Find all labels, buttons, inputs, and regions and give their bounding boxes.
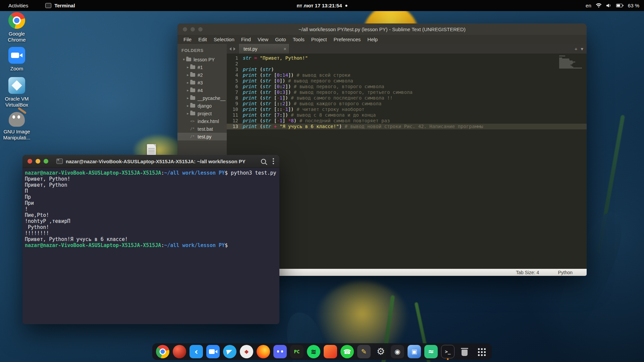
code-line-4[interactable]: 4print (str [0:14]) # вывод всей строки [227,72,587,78]
tree-item-django[interactable]: ▸django [177,102,227,110]
menu-item-preferences[interactable]: Preferences [330,37,364,42]
brave-icon[interactable] [173,345,186,358]
firefox-icon[interactable] [257,345,270,358]
code-line-8[interactable]: 8print (str [-1]) # вывод самого последн… [227,95,587,101]
terminal-titlebar[interactable]: nazar@nazar-VivoBook-ASUSLaptop-X515JA-X… [22,155,279,168]
settings-icon[interactable]: ⚙ [374,345,387,358]
image-viewer-icon[interactable]: ▣ [408,345,421,358]
system-tray[interactable]: en 63 % [586,3,639,8]
code-line-13[interactable]: 13print (str + "Я учусь в 6 классе!") # … [227,124,587,129]
code-line-7[interactable]: 7print (str [0:3]) # вывод первого, втор… [227,89,587,95]
disclosure-icon[interactable]: ▾ [181,57,186,62]
trash-icon[interactable] [458,345,471,358]
menu-item-tools[interactable]: Tools [289,37,308,42]
tree-item-lesson-py[interactable]: ▾lesson PY [177,56,227,63]
menu-item-selection[interactable]: Selection [210,37,238,42]
tab-scroll-right-icon[interactable] [233,47,235,51]
telegram-icon[interactable] [223,345,236,358]
tree-item-index.html[interactable]: <>index.html [177,117,227,125]
spotify-icon[interactable]: ≋ [307,345,320,358]
orange-app-icon[interactable] [324,345,337,358]
desktop-icon-chrome[interactable]: Google Chrome [0,12,34,43]
desktop-icon-gimp[interactable]: GNU Image Manipulati... [0,112,34,141]
tree-item-test.py[interactable]: /*test.py [177,133,227,140]
sublime-window-buttons [183,23,203,35]
tab-overflow-icon[interactable]: ▾ [581,46,583,52]
tree-item-project[interactable]: ▸project [177,110,227,117]
disclosure-icon[interactable]: ▸ [185,80,190,85]
app-grid-icon[interactable] [475,345,488,358]
screenshot-tool-icon[interactable]: ◉ [391,345,404,358]
code-line-3[interactable]: 3print (str) [227,67,587,72]
sublime-titlebar[interactable]: ~/all work/lesson PY/test.py (lesson PY)… [177,23,587,35]
tree-item-__pycache__[interactable]: ▸__pycache__ [177,94,227,102]
code-line-2[interactable]: 2 [227,61,587,67]
new-tab-icon[interactable]: + [575,46,578,52]
tree-item-label: #4 [198,88,203,93]
draw-tool-icon[interactable]: ✎ [357,345,371,358]
menu-item-goto[interactable]: Goto [272,37,289,42]
code-line-12[interactable]: 12print (str [-1] *8) # последний символ… [227,118,587,124]
code-editor[interactable]: 1str = "Привет, Python!"23print (str)4pr… [227,54,587,269]
close-button[interactable] [28,159,32,164]
disclosure-icon[interactable]: ▸ [185,111,190,116]
clock[interactable]: пт лют 17 13:21:54 [297,3,347,8]
disclosure-icon[interactable]: ▸ [185,104,190,108]
green-app-icon[interactable]: ≈ [424,345,438,358]
pycharm-icon[interactable]: PC [290,345,304,358]
code-line-6[interactable]: 6print (str [0:2]) # вывод первого, втор… [227,84,587,89]
document-file-icon[interactable] [147,144,156,156]
tab-size-indicator[interactable]: Tab Size: 4 [516,270,539,275]
zoom-icon[interactable] [206,345,220,358]
volume-icon [606,3,612,8]
menu-item-view[interactable]: View [254,37,272,42]
chrome-icon[interactable] [156,345,169,358]
menu-item-edit[interactable]: Edit [195,37,210,42]
code-line-10[interactable]: 10print (str [::-1]) # читает строку нао… [227,107,587,112]
tree-item-#3[interactable]: ▸#3 [177,79,227,86]
web-browser-icon[interactable]: ◆ [240,345,253,358]
minimize-button[interactable] [36,159,40,164]
terminal-icon[interactable]: >_ [441,345,454,358]
virtualbox-icon [8,77,25,94]
tree-item-#2[interactable]: ▸#2 [177,71,227,79]
menu-item-help[interactable]: Help [364,37,381,42]
window-button[interactable] [191,27,195,32]
desktop: Activities Terminal пт лют 17 13:21:54 e… [0,0,644,362]
discord-icon[interactable] [273,345,287,358]
image-viewer-glyph: ▣ [408,345,421,358]
desktop-icon-virtualbox[interactable]: Oracle VM VirtualBox [0,77,34,108]
whatsapp-icon[interactable]: ☎ [340,345,354,358]
menu-kebab-icon[interactable] [273,158,274,164]
disclosure-icon[interactable]: ▸ [185,65,190,69]
menu-item-file[interactable]: File [180,37,195,42]
activities-button[interactable]: Activities [5,3,31,8]
code-line-5[interactable]: 5print (str [0]) # вывод первого символа [227,78,587,84]
syntax-indicator[interactable]: Python [558,270,573,275]
menu-item-find[interactable]: Find [238,37,254,42]
code-line-11[interactable]: 11print (str [7:]) # вывод с 8 символа и… [227,112,587,118]
code-line-1[interactable]: 1str = "Привет, Python!" [227,55,587,61]
focused-app-indicator[interactable]: Terminal [45,3,75,8]
window-button[interactable] [183,27,187,32]
window-button[interactable] [198,27,203,32]
tab-scroll-left-icon[interactable] [229,47,231,51]
tab-test-py[interactable]: test.py × [238,44,289,54]
search-icon[interactable] [261,159,266,164]
tree-item-#1[interactable]: ▸#1 [177,63,227,71]
desktop-icon-zoom[interactable]: Zoom [0,47,34,72]
brave-glyph [173,345,186,358]
maximize-button[interactable] [44,159,48,164]
code-line-9[interactable]: 9print (str [::2]) # вывод каждого второ… [227,101,587,107]
folder-icon [190,81,195,84]
minimap[interactable] [559,56,584,69]
terminal-output[interactable]: nazar@nazar-VivoBook-ASUSLaptop-X515JA-X… [22,168,279,324]
tab-close-icon[interactable]: × [283,46,286,52]
tree-item-#4[interactable]: ▸#4 [177,86,227,94]
disclosure-icon[interactable]: ▸ [185,73,190,77]
disclosure-icon[interactable]: ▸ [185,96,190,100]
tree-item-test.bat[interactable]: /*test.bat [177,125,227,133]
vscode-icon[interactable]: ‹ [190,345,203,358]
menu-item-project[interactable]: Project [308,37,330,42]
disclosure-icon[interactable]: ▸ [185,88,190,93]
